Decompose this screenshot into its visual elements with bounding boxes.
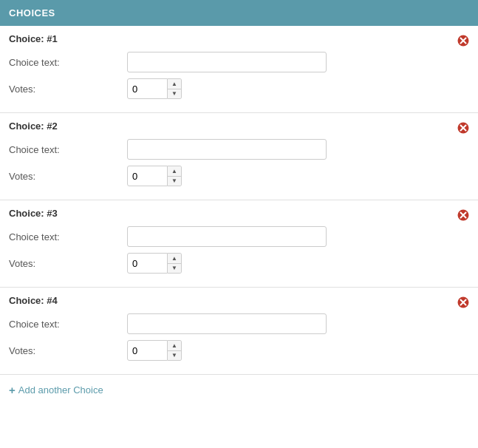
choice-title-2: Choice: #2 (9, 121, 469, 132)
votes-row-1: Votes: ▲ ▼ (9, 78, 469, 99)
votes-input-wrapper-4: ▲ ▼ (127, 340, 182, 361)
votes-down-4[interactable]: ▼ (168, 351, 181, 361)
votes-input-2[interactable] (127, 166, 168, 186)
add-choice-label: Add another Choice (18, 384, 103, 396)
choices-container: Choice: #1 Choice text: Votes: ▲ ▼ (0, 26, 478, 375)
votes-up-4[interactable]: ▲ (168, 341, 181, 351)
remove-choice-4-button[interactable] (456, 295, 471, 310)
choice-text-label-1: Choice text: (9, 57, 127, 68)
votes-input-4[interactable] (127, 340, 168, 361)
votes-up-1[interactable]: ▲ (168, 79, 181, 89)
choice-block-4: Choice: #4 Choice text: Votes: ▲ ▼ (0, 288, 478, 375)
section-header: CHOICES (0, 0, 478, 26)
choice-text-row-4: Choice text: (9, 313, 469, 334)
choices-section: CHOICES Choice: #1 Choice text: Votes: (0, 0, 478, 405)
plus-icon: + (9, 384, 16, 396)
remove-choice-2-button[interactable] (456, 121, 471, 135)
votes-input-wrapper-3: ▲ ▼ (127, 253, 182, 274)
votes-spinner-3: ▲ ▼ (168, 253, 182, 274)
votes-row-3: Votes: ▲ ▼ (9, 253, 469, 274)
remove-icon (457, 35, 469, 47)
votes-up-3[interactable]: ▲ (168, 254, 181, 264)
votes-spinner-1: ▲ ▼ (168, 78, 182, 99)
votes-spinner-2: ▲ ▼ (168, 166, 182, 186)
remove-icon (457, 122, 469, 134)
choice-text-input-4[interactable] (127, 313, 327, 334)
choice-text-row-2: Choice text: (9, 139, 469, 160)
choice-title-4: Choice: #4 (9, 295, 469, 306)
remove-choice-1-button[interactable] (456, 33, 471, 48)
votes-label-2: Votes: (9, 171, 127, 182)
votes-down-2[interactable]: ▼ (168, 177, 181, 186)
choice-title-3: Choice: #3 (9, 208, 469, 219)
votes-input-1[interactable] (127, 78, 168, 99)
votes-spinner-4: ▲ ▼ (168, 340, 182, 361)
choice-text-input-3[interactable] (127, 226, 327, 247)
votes-down-3[interactable]: ▼ (168, 264, 181, 274)
choice-block-2: Choice: #2 Choice text: Votes: ▲ ▼ (0, 113, 478, 200)
choice-text-label-3: Choice text: (9, 231, 127, 242)
votes-up-2[interactable]: ▲ (168, 166, 181, 177)
add-choice-button[interactable]: + Add another Choice (9, 384, 103, 396)
choice-text-row-3: Choice text: (9, 226, 469, 247)
choice-text-input-2[interactable] (127, 139, 327, 160)
votes-row-2: Votes: ▲ ▼ (9, 166, 469, 186)
choice-block-3: Choice: #3 Choice text: Votes: ▲ ▼ (0, 200, 478, 288)
votes-row-4: Votes: ▲ ▼ (9, 340, 469, 361)
choice-text-row-1: Choice text: (9, 52, 469, 72)
choice-title-1: Choice: #1 (9, 33, 469, 44)
add-choice-row: + Add another Choice (0, 375, 478, 405)
votes-input-wrapper-1: ▲ ▼ (127, 78, 182, 99)
choice-text-input-1[interactable] (127, 52, 327, 72)
votes-label-4: Votes: (9, 345, 127, 356)
remove-icon (457, 209, 469, 221)
votes-down-1[interactable]: ▼ (168, 89, 181, 99)
section-title: CHOICES (9, 7, 55, 18)
remove-choice-3-button[interactable] (456, 208, 471, 223)
votes-input-wrapper-2: ▲ ▼ (127, 166, 182, 186)
remove-icon (457, 296, 469, 308)
choice-text-label-2: Choice text: (9, 144, 127, 155)
choice-block-1: Choice: #1 Choice text: Votes: ▲ ▼ (0, 26, 478, 113)
votes-input-3[interactable] (127, 253, 168, 274)
votes-label-3: Votes: (9, 258, 127, 269)
choice-text-label-4: Choice text: (9, 319, 127, 330)
votes-label-1: Votes: (9, 84, 127, 95)
